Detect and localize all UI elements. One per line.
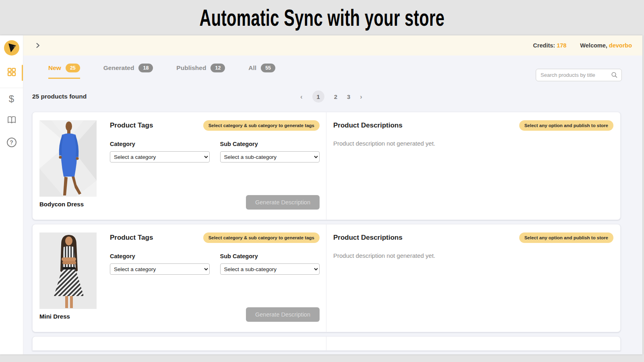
tab-all[interactable]: All 55 bbox=[248, 64, 275, 79]
tab-label: Generated bbox=[103, 64, 134, 72]
product-image-mini-dress bbox=[39, 232, 97, 309]
descriptions-header: Product Descriptions Select any option a… bbox=[333, 120, 613, 131]
tab-label: New bbox=[48, 64, 61, 72]
search-input[interactable] bbox=[541, 72, 611, 78]
product-tags-title: Product Tags bbox=[110, 121, 153, 130]
subcategory-select[interactable]: Select a sub-category bbox=[220, 263, 320, 275]
sidebar-item-products[interactable] bbox=[0, 62, 23, 84]
grid-icon bbox=[7, 67, 17, 78]
credits-display: Credits:178 bbox=[531, 42, 566, 49]
app-logo[interactable] bbox=[0, 35, 23, 62]
category-field: Category Select a category bbox=[110, 253, 210, 275]
description-empty-text: Product description not generated yet. bbox=[333, 252, 613, 259]
dollar-icon: $ bbox=[9, 93, 14, 105]
subcategory-select[interactable]: Select a sub-category bbox=[220, 151, 320, 162]
book-icon bbox=[7, 115, 17, 126]
category-select[interactable]: Select a category bbox=[110, 263, 210, 275]
tag-fields: Category Select a category Sub Category … bbox=[110, 253, 320, 275]
product-image-column: Mini Dress bbox=[39, 232, 97, 326]
tab-label: Published bbox=[176, 64, 206, 72]
sidebar-item-docs[interactable] bbox=[0, 110, 23, 132]
product-tags-panel: Mini Dress Product Tags Select category … bbox=[33, 224, 326, 332]
search-box bbox=[536, 69, 622, 81]
prev-page-icon[interactable]: ‹ bbox=[300, 93, 303, 100]
results-row: 25 products found ‹ 1 2 3 › bbox=[32, 89, 642, 104]
pagination: ‹ 1 2 3 › bbox=[300, 90, 362, 103]
product-tags-title: Product Tags bbox=[110, 234, 153, 242]
tab-new[interactable]: New 25 bbox=[48, 64, 80, 79]
page-title: Automatic Sync with your store bbox=[199, 4, 444, 31]
tags-header: Product Tags Select category & sub categ… bbox=[110, 232, 320, 243]
generate-description-button[interactable]: Generate Description bbox=[246, 307, 320, 322]
product-card-mini-dress: Mini Dress Product Tags Select category … bbox=[32, 224, 621, 332]
product-card-partial bbox=[32, 336, 621, 351]
page-header: Automatic Sync with your store bbox=[0, 0, 644, 35]
product-image-bodycon-dress bbox=[39, 120, 97, 197]
category-select[interactable]: Select a category bbox=[110, 151, 210, 162]
tab-label: All bbox=[248, 64, 256, 72]
tag-fields: Category Select a category Sub Category … bbox=[110, 141, 320, 162]
page-1-button[interactable]: 1 bbox=[312, 90, 324, 103]
product-tags-panel bbox=[33, 337, 326, 350]
descriptions-header: Product Descriptions Select any option a… bbox=[333, 232, 613, 243]
welcome-display: Welcome,devorbo bbox=[578, 42, 632, 49]
generate-description-button[interactable]: Generate Description bbox=[246, 195, 320, 210]
subcategory-label: Sub Category bbox=[220, 253, 320, 259]
tab-count-badge: 18 bbox=[138, 64, 153, 72]
sidebar: $ ? bbox=[0, 35, 23, 354]
publish-hint-badge: Select any option and publish to store bbox=[519, 232, 613, 243]
description-empty-text: Product description not generated yet. bbox=[333, 140, 613, 147]
topbar-right: Credits:178 Welcome,devorbo bbox=[531, 42, 632, 49]
product-descriptions-title: Product Descriptions bbox=[333, 234, 402, 242]
tags-header: Product Tags Select category & sub categ… bbox=[110, 120, 320, 131]
tags-hint-badge: Select category & sub category to genera… bbox=[203, 232, 320, 243]
product-name: Mini Dress bbox=[39, 313, 97, 320]
category-label: Category bbox=[110, 253, 210, 259]
sidebar-item-help[interactable]: ? bbox=[0, 132, 23, 153]
content: New 25 Generated 18 Published 12 All 55 bbox=[23, 56, 642, 354]
product-list: Bodycon Dress Product Tags Select catego… bbox=[32, 112, 642, 351]
product-card-bodycon-dress: Bodycon Dress Product Tags Select catego… bbox=[32, 112, 621, 220]
product-descriptions-panel: Product Descriptions Select any option a… bbox=[326, 224, 620, 332]
product-name: Bodycon Dress bbox=[39, 201, 97, 208]
search-icon[interactable] bbox=[611, 72, 618, 78]
product-tags-panel: Bodycon Dress Product Tags Select catego… bbox=[33, 112, 326, 220]
product-image-column: Bodycon Dress bbox=[39, 120, 97, 214]
main-area: Credits:178 Welcome,devorbo New 25 Gener… bbox=[23, 35, 642, 354]
category-label: Category bbox=[110, 141, 210, 147]
credits-value: 178 bbox=[557, 42, 566, 49]
tags-hint-badge: Select category & sub category to genera… bbox=[203, 120, 320, 131]
username[interactable]: devorbo bbox=[609, 42, 632, 49]
product-descriptions-panel: Product Descriptions Select any option a… bbox=[326, 112, 620, 220]
welcome-label: Welcome, bbox=[580, 42, 607, 49]
subcategory-field: Sub Category Select a sub-category bbox=[220, 253, 320, 275]
product-descriptions-title: Product Descriptions bbox=[333, 121, 402, 130]
publish-hint-badge: Select any option and publish to store bbox=[519, 120, 613, 131]
sidebar-item-billing[interactable]: $ bbox=[0, 88, 23, 110]
tab-count-badge: 55 bbox=[261, 64, 275, 72]
results-count-text: 25 products found bbox=[32, 93, 87, 100]
tab-count-badge: 12 bbox=[211, 64, 225, 72]
product-descriptions-panel bbox=[326, 337, 620, 351]
tab-count-badge: 25 bbox=[66, 64, 80, 72]
sidebar-nav-top bbox=[0, 62, 23, 88]
next-page-icon[interactable]: › bbox=[360, 93, 362, 100]
credits-label: Credits: bbox=[533, 42, 555, 49]
help-icon: ? bbox=[7, 138, 17, 147]
app-window: $ ? Credits:178 bbox=[0, 35, 642, 354]
subcategory-field: Sub Category Select a sub-category bbox=[220, 141, 320, 162]
expand-sidebar-chevron-icon[interactable] bbox=[35, 42, 41, 49]
subcategory-label: Sub Category bbox=[220, 141, 320, 147]
tab-published[interactable]: Published 12 bbox=[176, 64, 225, 79]
topbar: Credits:178 Welcome,devorbo bbox=[23, 35, 642, 56]
category-field: Category Select a category bbox=[110, 141, 210, 162]
paper-plane-logo-icon bbox=[4, 40, 20, 58]
page-3-button[interactable]: 3 bbox=[347, 93, 350, 100]
page-2-button[interactable]: 2 bbox=[334, 93, 337, 100]
tab-generated[interactable]: Generated 18 bbox=[103, 64, 153, 79]
